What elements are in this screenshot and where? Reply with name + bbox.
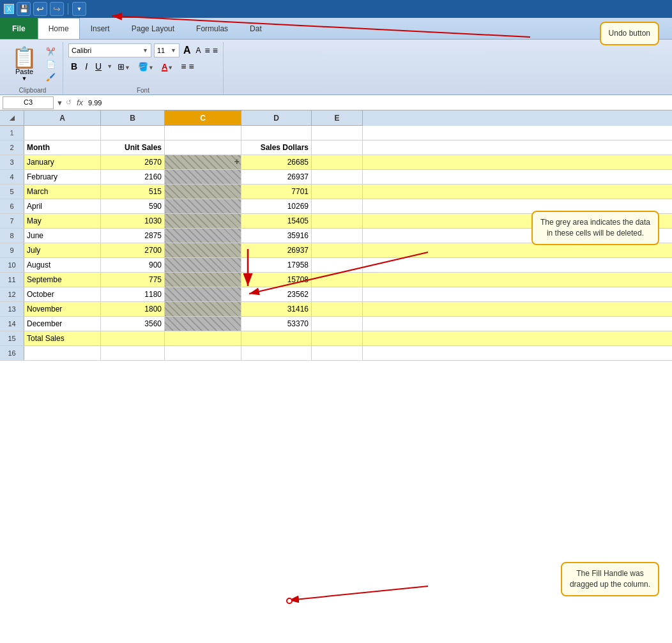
- cell-7-col-e[interactable]: [312, 214, 363, 228]
- cell-13-col-e[interactable]: [312, 302, 363, 316]
- cell-3-col-a[interactable]: January: [24, 155, 101, 169]
- cell-5-col-d[interactable]: 7701: [241, 185, 312, 199]
- cell-15-col-b[interactable]: [101, 331, 165, 345]
- undo-button[interactable]: ↩: [33, 2, 47, 16]
- cell-6-col-a[interactable]: April: [24, 199, 101, 213]
- cell-12-col-c[interactable]: [165, 287, 241, 301]
- cell-6-col-b[interactable]: 590: [101, 199, 165, 213]
- align-icon-1[interactable]: ≡: [181, 61, 186, 72]
- formula-input[interactable]: [88, 99, 669, 107]
- cell-5-col-b[interactable]: 515: [101, 185, 165, 199]
- cell-9-col-b[interactable]: 2700: [101, 243, 165, 257]
- cell-14-col-c[interactable]: [165, 317, 241, 331]
- cell-10-col-d[interactable]: 17958: [241, 258, 312, 272]
- cell-1-col-a[interactable]: [24, 126, 101, 140]
- cell-13-col-d[interactable]: 31416: [241, 302, 312, 316]
- cell-3-col-d[interactable]: 26685: [241, 155, 312, 169]
- cell-4-col-c[interactable]: [165, 170, 241, 184]
- cell-11-col-e[interactable]: [312, 273, 363, 287]
- cell-1-col-d[interactable]: [241, 126, 312, 140]
- cell-4-col-b[interactable]: 2160: [101, 170, 165, 184]
- cell-13-col-a[interactable]: November: [24, 302, 101, 316]
- cell-1-col-c[interactable]: [165, 126, 241, 140]
- cell-8-col-d[interactable]: 35916: [241, 229, 312, 243]
- cell-16-col-d[interactable]: [241, 346, 312, 360]
- cell-1-col-e[interactable]: [312, 126, 363, 140]
- copy-button[interactable]: 📄: [43, 59, 57, 70]
- format-painter-button[interactable]: 🖌️: [43, 72, 57, 83]
- cell-10-col-e[interactable]: [312, 258, 363, 272]
- cell-6-col-c[interactable]: [165, 199, 241, 213]
- cell-16-col-e[interactable]: [312, 346, 363, 360]
- cell-5-col-c[interactable]: [165, 185, 241, 199]
- cell-5-col-e[interactable]: [312, 185, 363, 199]
- cell-1-col-b[interactable]: [101, 126, 165, 140]
- italic-button[interactable]: I: [82, 60, 90, 73]
- cell-10-col-a[interactable]: August: [24, 258, 101, 272]
- quick-access-button[interactable]: ▼: [72, 2, 86, 16]
- col-header-e[interactable]: E: [312, 110, 363, 126]
- tab-page-layout[interactable]: Page Layout: [121, 18, 185, 39]
- tab-data[interactable]: Dat: [239, 18, 273, 39]
- save-button[interactable]: 💾: [17, 2, 31, 16]
- cell-9-col-c[interactable]: [165, 243, 241, 257]
- cell-2-col-a[interactable]: Month: [24, 140, 101, 155]
- name-box-dropdown[interactable]: ▼: [56, 99, 63, 107]
- border-button[interactable]: ⊞▼: [115, 61, 133, 73]
- cell-5-col-a[interactable]: March: [24, 185, 101, 199]
- col-header-a[interactable]: A: [24, 110, 101, 126]
- cell-16-col-b[interactable]: [101, 346, 165, 360]
- cell-10-col-c[interactable]: [165, 258, 241, 272]
- cell-4-col-d[interactable]: 26937: [241, 170, 312, 184]
- cell-6-col-d[interactable]: 10269: [241, 199, 312, 213]
- cell-3-col-e[interactable]: [312, 155, 363, 169]
- tab-formulas[interactable]: Formulas: [185, 18, 239, 39]
- redo-button[interactable]: ↪: [50, 2, 64, 16]
- cell-3-col-b[interactable]: 2670: [101, 155, 165, 169]
- cell-14-col-a[interactable]: December: [24, 317, 101, 331]
- tab-home[interactable]: Home: [38, 18, 80, 39]
- cell-16-col-c[interactable]: [165, 346, 241, 360]
- cell-8-col-b[interactable]: 2875: [101, 229, 165, 243]
- cell-4-col-a[interactable]: February: [24, 170, 101, 184]
- cell-14-col-e[interactable]: [312, 317, 363, 331]
- cell-15-col-e[interactable]: [312, 331, 363, 345]
- fill-color-button[interactable]: 🪣▼: [135, 61, 157, 73]
- cell-2-col-c[interactable]: [165, 140, 241, 155]
- cut-button[interactable]: ✂️: [43, 46, 57, 57]
- font-color-button[interactable]: A▼: [159, 61, 176, 73]
- cell-9-col-e[interactable]: [312, 243, 363, 257]
- col-header-b[interactable]: B: [101, 110, 165, 126]
- cell-9-col-d[interactable]: 26937: [241, 243, 312, 257]
- align-icon-2[interactable]: ≡: [188, 61, 194, 72]
- cell-9-col-a[interactable]: July: [24, 243, 101, 257]
- cell-14-col-b[interactable]: 3560: [101, 317, 165, 331]
- cell-7-col-a[interactable]: May: [24, 214, 101, 228]
- cell-10-col-b[interactable]: 900: [101, 258, 165, 272]
- cell-8-col-a[interactable]: June: [24, 229, 101, 243]
- tab-insert[interactable]: Insert: [80, 18, 121, 39]
- cell-2-col-d[interactable]: Sales Dollars: [241, 140, 312, 155]
- tab-file[interactable]: File: [0, 18, 38, 39]
- cell-15-col-a[interactable]: Total Sales: [24, 331, 101, 345]
- underline-dropdown[interactable]: ▼: [107, 63, 112, 70]
- fill-handle[interactable]: [286, 598, 293, 604]
- cell-2-col-b[interactable]: Unit Sales: [101, 140, 165, 155]
- cell-12-col-d[interactable]: 23562: [241, 287, 312, 301]
- align-right-icon[interactable]: ≡: [213, 45, 218, 56]
- cell-2-col-e[interactable]: [312, 140, 363, 155]
- col-header-d[interactable]: D: [241, 110, 312, 126]
- cell-3-col-c[interactable]: +: [165, 155, 241, 169]
- cell-12-col-a[interactable]: October: [24, 287, 101, 301]
- bold-button[interactable]: B: [68, 60, 80, 73]
- cell-7-col-c[interactable]: [165, 214, 241, 228]
- cell-11-col-d[interactable]: 15708: [241, 273, 312, 287]
- cell-16-col-a[interactable]: [24, 346, 101, 360]
- cell-8-col-e[interactable]: [312, 229, 363, 243]
- cell-15-col-c[interactable]: [165, 331, 241, 345]
- cell-8-col-c[interactable]: [165, 229, 241, 243]
- cell-13-col-c[interactable]: [165, 302, 241, 316]
- align-left-icon[interactable]: ≡: [205, 45, 210, 56]
- cell-7-col-b[interactable]: 1030: [101, 214, 165, 228]
- font-size-dropdown[interactable]: 11 ▼: [154, 43, 179, 57]
